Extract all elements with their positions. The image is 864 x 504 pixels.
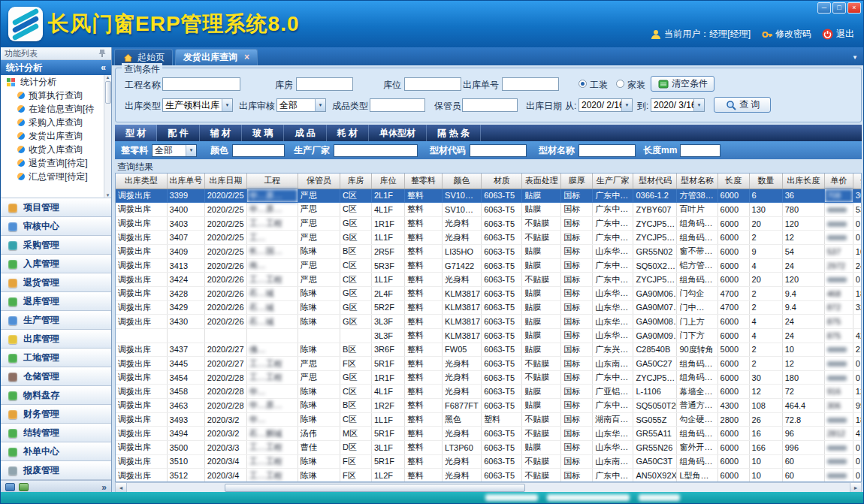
table-row[interactable]: 3L3F整料KLM38176063-T5贴膜国标山东华…GA90M09…门下方6… xyxy=(116,328,862,343)
column-header[interactable]: 出库单号 xyxy=(167,174,204,189)
sidebar-menu-item[interactable]: 物料盘存 xyxy=(1,386,111,405)
column-header[interactable]: 长度 xyxy=(717,174,749,189)
manufacturer-input[interactable] xyxy=(334,144,418,157)
table-row[interactable]: 调拨出库35102020/3/4工…工程陈琳F区5R1F整料光身料6063-T5… xyxy=(116,454,862,469)
scroll-thumb[interactable] xyxy=(105,81,111,104)
clear-conditions-button[interactable]: 清空条件 xyxy=(651,76,714,92)
tree-scrollbar[interactable]: ▲ ▼ xyxy=(104,75,111,198)
change-password-button[interactable]: 修改密码 xyxy=(761,28,811,41)
column-header[interactable]: 型材名称 xyxy=(677,174,717,189)
sidebar-menu-item[interactable]: 退货管理 xyxy=(1,273,111,292)
tree-item[interactable]: 退货查询[待定] xyxy=(1,156,111,170)
sidebar-menu-item[interactable]: 报废管理 xyxy=(1,461,111,480)
table-row[interactable]: 调拨出库34932020/3/2华…陈琳C区1L1F整料黑色塑料不贴膜国标湖南百… xyxy=(116,412,862,427)
column-header[interactable]: 金 xyxy=(853,174,862,189)
tree-item[interactable]: 汇总管理[待定] xyxy=(1,170,111,183)
length-input[interactable] xyxy=(680,144,721,157)
whole-part-select[interactable]: 全部 ▼ xyxy=(152,144,197,157)
audit-select[interactable]: 全部 ▼ xyxy=(276,98,326,112)
table-row[interactable]: 调拨出库34302020/2/26石…城陈琳G区3L3F整料KLM3817606… xyxy=(116,315,862,329)
tab-list-chevron-down-icon[interactable]: ▼ xyxy=(852,54,858,61)
warehouse-input[interactable] xyxy=(296,77,353,91)
sidebar-menu-item[interactable]: 出库管理 xyxy=(1,330,111,349)
sidebar-menu-item[interactable]: 仓储管理 xyxy=(1,367,111,386)
date-to-picker[interactable]: 2020/ 3/16 ▼ xyxy=(651,98,705,112)
material-tab[interactable]: 型 材 xyxy=(115,125,157,141)
pin-icon[interactable] xyxy=(96,48,107,59)
table-row[interactable]: 调拨出库34002020/2/25华…原…严思C区4L1F整料SV10…6063… xyxy=(116,203,862,217)
sidebar-menu-item[interactable]: 财务管理 xyxy=(1,405,111,424)
sidebar-menu-item[interactable]: 项目管理 xyxy=(1,198,111,217)
product-type-input[interactable] xyxy=(370,98,425,112)
close-button[interactable]: × xyxy=(847,2,861,14)
panel-switch-icon-2[interactable] xyxy=(19,483,29,491)
table-row[interactable]: 调拨出库34092020/2/25长…国…陈琳B区2R5F整料LI35HO606… xyxy=(116,245,862,259)
search-button[interactable]: 查 询 xyxy=(714,97,771,113)
tree-item[interactable]: 在途信息查询[待 xyxy=(1,102,111,116)
table-row[interactable]: 调拨出库34942020/3/2石…辉城汤伟M区5R1F整料光身料6063-T5… xyxy=(116,427,862,441)
column-header[interactable]: 单价 xyxy=(824,174,853,189)
maximize-button[interactable]: □ xyxy=(832,2,846,14)
material-tab[interactable]: 配 件 xyxy=(157,125,199,141)
column-header[interactable]: 出库长度 xyxy=(782,174,824,189)
minimize-button[interactable]: ─ xyxy=(817,2,831,14)
sidebar-menu-item[interactable]: 结转管理 xyxy=(1,424,111,442)
table-row[interactable]: 调拨出库35122020/3/4工…工程陈琳F区1L2F整料光身料6063-T5… xyxy=(116,469,862,482)
outbound-type-select[interactable]: 生产领料出库 ▼ xyxy=(162,98,233,112)
column-header[interactable]: 出库日期 xyxy=(204,174,246,189)
sidebar-section-header[interactable]: 统计分析 « xyxy=(1,60,111,75)
table-row[interactable]: 调拨出库35002020/3/3工…工程曹佳D区3L1F整料LT3P606063… xyxy=(116,441,862,455)
scroll-down-icon[interactable]: ▼ xyxy=(106,193,110,198)
table-row[interactable]: 调拨出库34542020/2/28工…工程严思G区1R1F整料光身料6063-T… xyxy=(116,370,862,385)
material-tab[interactable]: 耗 材 xyxy=(327,125,369,141)
table-row[interactable]: 调拨出库34242020/2/26工…工程严思C区1L1F整料光身料6063-T… xyxy=(116,273,862,287)
column-header[interactable]: 颜色 xyxy=(443,174,482,189)
profile-name-input[interactable] xyxy=(579,144,636,157)
table-row[interactable]: 调拨出库33992020/2/25华…原…严思C区2L1F整料SV10…6063… xyxy=(116,189,862,203)
profile-code-input[interactable] xyxy=(470,144,527,157)
material-tab[interactable]: 辅 材 xyxy=(200,125,242,141)
table-row[interactable]: 调拨出库34632020/2/28华…原…陈琳B区1R2F整料F6877FT60… xyxy=(116,399,862,413)
hscroll-thumb[interactable] xyxy=(225,484,525,492)
tree-item[interactable]: 采购入库查询 xyxy=(1,116,111,129)
material-tab[interactable]: 单体型材 xyxy=(369,125,427,141)
radio-industrial[interactable] xyxy=(579,80,587,88)
location-input[interactable] xyxy=(404,77,461,91)
table-row[interactable]: 调拨出库34372020/2/27佛…陈琳B区3R6F整料FW056063-T5… xyxy=(116,343,862,357)
tree-root-statistics[interactable]: 统计分析 xyxy=(1,75,111,89)
column-header[interactable]: 材质 xyxy=(482,174,522,189)
column-header[interactable]: 库位 xyxy=(371,174,404,189)
column-header[interactable]: 库房 xyxy=(340,174,371,189)
tab-shipping-outbound-query[interactable]: 发货出库查询 × xyxy=(175,49,258,65)
sidebar-menu-item[interactable]: 退库管理 xyxy=(1,292,111,311)
table-row[interactable]: 调拨出库34132020/2/26南…严思C区5R3F整料G714226063-… xyxy=(116,258,862,273)
tree-item[interactable]: 发货出库查询 xyxy=(1,129,111,143)
column-header[interactable]: 生产厂家 xyxy=(593,174,633,189)
collapse-icon[interactable]: « xyxy=(101,62,106,73)
column-header[interactable]: 膜厚 xyxy=(561,174,593,189)
sidebar-menu-item[interactable]: 采购管理 xyxy=(1,236,111,255)
table-row[interactable]: 调拨出库34032020/2/25工…工程严思G区1R1F整料光身料6063-T… xyxy=(116,216,862,231)
column-header[interactable]: 工程 xyxy=(246,174,298,189)
table-row[interactable]: 调拨出库34582020/2/28华…陈琳C区4L1F整料光身料6063-T5贴… xyxy=(116,385,862,399)
project-name-input[interactable] xyxy=(162,77,240,91)
tree-item[interactable]: 预算执行查询 xyxy=(1,89,111,102)
column-header[interactable]: 整零料 xyxy=(405,174,443,189)
sidebar-menu-item[interactable]: 工地管理 xyxy=(1,349,111,367)
close-tab-icon[interactable]: × xyxy=(244,53,249,62)
custodian-input[interactable] xyxy=(462,98,518,112)
panel-switch-icon-1[interactable] xyxy=(5,483,15,491)
table-row[interactable]: 调拨出库34452020/2/27工…工程严思F区5R1F整料光身料6063-T… xyxy=(116,357,862,371)
logout-button[interactable]: 退出 xyxy=(822,28,854,41)
column-header[interactable]: 保管员 xyxy=(298,174,340,189)
sidebar-menu-item[interactable]: 生产管理 xyxy=(1,311,111,330)
column-header[interactable]: 数量 xyxy=(749,174,782,189)
sidebar-menu-item[interactable]: 补单中心 xyxy=(1,442,111,461)
column-header[interactable]: 表面处理 xyxy=(522,174,561,189)
order-no-input[interactable] xyxy=(502,77,559,91)
column-header[interactable]: 出库类型 xyxy=(116,174,167,189)
material-tab[interactable]: 隔 热 条 xyxy=(427,125,481,141)
table-row[interactable]: 调拨出库34282020/2/26石…城陈琳G区2L4F整料KLM3817606… xyxy=(116,286,862,300)
table-row[interactable]: 调拨出库34072020/2/25工…严思G区1L1F整料光身料6063-T5不… xyxy=(116,231,862,245)
column-header[interactable]: 型材代码 xyxy=(633,174,677,189)
